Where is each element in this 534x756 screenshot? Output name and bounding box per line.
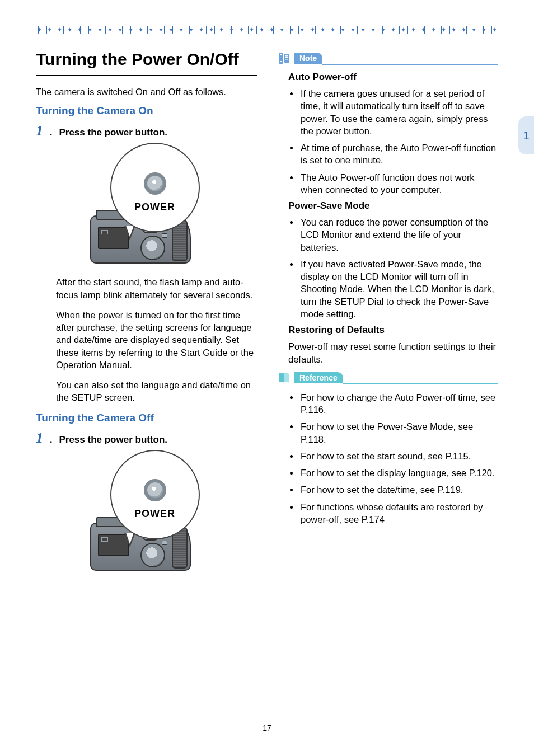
svg-rect-5 <box>285 57 288 58</box>
reference-icon <box>277 371 291 384</box>
on-para-3: You can also set the language and date/t… <box>56 379 257 404</box>
power-label: POWER <box>134 508 175 520</box>
list-item: If you have activated Power-Save mode, t… <box>299 258 498 320</box>
figure-power-on: POWER <box>36 144 257 267</box>
list-item: The Auto Power-off function does not wor… <box>299 171 498 196</box>
list-item: For how to change the Auto Power-off tim… <box>299 391 498 416</box>
note-icon <box>277 51 291 65</box>
list-item: If the camera goes unused for a set peri… <box>299 87 498 137</box>
step-on-1: 1. Press the power button. <box>36 124 257 138</box>
list-item: For functions whose defaults are restore… <box>299 501 498 526</box>
callout-pointer <box>124 226 135 240</box>
svg-rect-4 <box>285 55 288 57</box>
list-item: For how to set the start sound, see P.11… <box>299 450 498 462</box>
restoring-heading: Restoring of Defaults <box>288 325 498 336</box>
svg-rect-1 <box>280 54 282 55</box>
section-heading-off: Turning the Camera Off <box>36 412 257 424</box>
power-button-icon <box>144 172 166 195</box>
figure-power-off: POWER <box>36 451 257 574</box>
chapter-side-tab: 1 <box>518 116 534 154</box>
step-dot: . <box>50 435 52 445</box>
list-item: For how to set the display language, see… <box>299 467 498 479</box>
svg-rect-2 <box>280 61 282 62</box>
step-text: Press the power button. <box>59 127 167 138</box>
intro-text: The camera is switched On and Off as fol… <box>36 86 257 98</box>
power-button-icon <box>144 479 166 501</box>
step-off-1: 1. Press the power button. <box>36 431 257 445</box>
restoring-text: Power-off may reset some function settin… <box>288 340 498 365</box>
page-number: 17 <box>0 724 534 732</box>
chapter-number: 1 <box>523 129 529 142</box>
list-item: For how to set the date/time, see P.119. <box>299 483 498 496</box>
step-text: Press the power button. <box>59 434 167 445</box>
page-title: Turning the Power On/Off <box>36 49 257 69</box>
reference-list: For how to change the Auto Power-off tim… <box>299 391 498 525</box>
note-callout-header: Note <box>277 51 498 65</box>
auto-poweroff-heading: Auto Power-off <box>288 72 498 83</box>
section-heading-on: Turning the Camera On <box>36 105 257 117</box>
step-dot: . <box>50 128 52 138</box>
list-item: At time of purchase, the Auto Power-off … <box>299 142 498 167</box>
reference-label: Reference <box>294 372 343 383</box>
reference-underline <box>343 383 498 384</box>
svg-rect-3 <box>284 54 289 63</box>
power-button-callout: POWER <box>110 143 200 232</box>
step-number: 1 <box>36 431 43 445</box>
step-number: 1 <box>36 124 43 138</box>
power-button-callout: POWER <box>110 450 200 539</box>
left-column: Turning the Power On/Off The camera is s… <box>36 49 257 583</box>
reference-callout-header: Reference <box>277 371 498 384</box>
right-column: Note Auto Power-off If the camera goes u… <box>277 49 498 583</box>
note-label: Note <box>294 53 322 64</box>
auto-poweroff-list: If the camera goes unused for a set peri… <box>299 87 498 196</box>
decorative-diamond-border: ✦ ✦ ✦ ✦ ✦ ✦ ✦ ✦ ✦ ✦ ✦ ✦ ✦ ✦ ✦ ✦ ✦ ✦ ✦ ✦ … <box>37 26 497 34</box>
callout-pointer <box>124 533 135 547</box>
powersave-list: You can reduce the power consumption of … <box>299 216 498 320</box>
list-item: You can reduce the power consumption of … <box>299 216 498 253</box>
on-para-2: When the power is turned on for the firs… <box>56 309 257 371</box>
on-para-1: After the start sound, the flash lamp an… <box>56 276 257 301</box>
svg-rect-6 <box>285 59 288 60</box>
list-item: For how to set the Power-Save Mode, see … <box>299 420 498 445</box>
powersave-heading: Power-Save Mode <box>288 200 498 212</box>
power-label: POWER <box>134 201 175 213</box>
note-underline <box>322 64 498 65</box>
